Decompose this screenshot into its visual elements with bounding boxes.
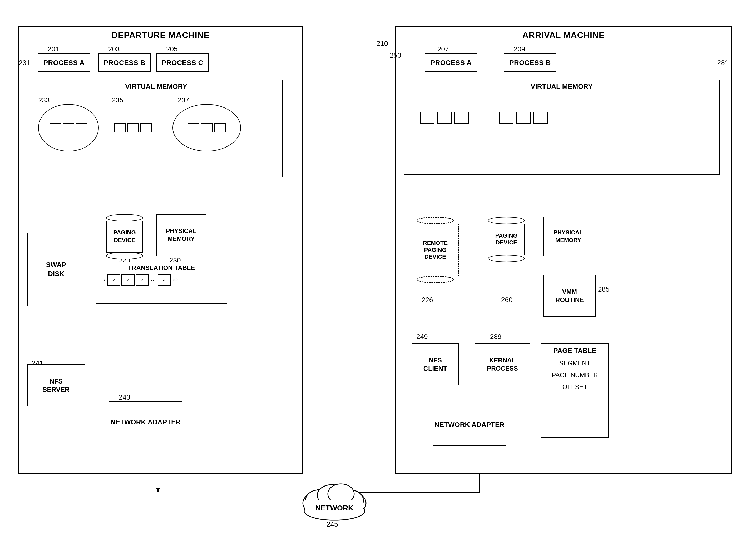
ref-203: 203: [108, 45, 120, 53]
virtual-memory-arrival: VIRTUAL MEMORY: [404, 80, 720, 175]
ref-260: 260: [501, 296, 512, 304]
process-a-box: PROCESS A: [38, 53, 90, 72]
ref-210: 210: [377, 39, 388, 48]
pt-row-page-number: PAGE NUMBER: [541, 369, 608, 381]
ref-243: 243: [119, 393, 130, 402]
tt-title: TRANSLATION TABLE: [96, 264, 227, 271]
ref-207: 207: [437, 45, 449, 53]
swap-disk-box: SWAPDISK: [27, 232, 85, 306]
network-cloud: NETWORK 245: [295, 472, 374, 524]
physical-memory-arrival: PHYSICALMEMORY: [543, 217, 593, 256]
swap-disk-label: SWAPDISK: [46, 260, 66, 279]
ref-201: 201: [48, 45, 59, 53]
ref-235: 235: [112, 96, 123, 104]
translation-table-box: TRANSLATION TABLE → ↙ ↙ ↙ ··· ↙ ↩: [96, 261, 227, 304]
nfs-server-label: NFSSERVER: [43, 377, 70, 394]
virtual-memory-departure: VIRTUAL MEMORY 233 235 237: [30, 80, 283, 177]
vm-title-departure: VIRTUAL MEMORY: [30, 82, 282, 91]
process-b-arrival: PROCESS B: [504, 53, 556, 72]
ref-209: 209: [514, 45, 525, 53]
ref-237: 237: [178, 96, 189, 104]
pt-row-segment: SEGMENT: [541, 358, 608, 369]
ref-289: 289: [490, 333, 501, 341]
physical-memory-departure: PHYSICALMEMORY: [156, 214, 206, 256]
process-b-box: PROCESS B: [98, 53, 151, 72]
na-departure-label: NETWORK ADAPTER: [111, 418, 181, 427]
ref-249: 249: [416, 333, 428, 341]
na-arrival-label: NETWORK ADAPTER: [434, 420, 505, 429]
ellipse-233: [38, 104, 99, 151]
paging-device-arrival: PAGINGDEVICE: [488, 217, 525, 262]
network-adapter-arrival: NETWORK ADAPTER: [433, 404, 506, 446]
page-table-box: PAGE TABLE SEGMENT PAGE NUMBER OFFSET: [541, 343, 609, 438]
paging-device-departure: PAGINGDEVICE: [106, 214, 143, 259]
network-svg: NETWORK: [295, 472, 374, 524]
tt-internal: → ↙ ↙ ↙ ··· ↙ ↩: [96, 271, 227, 289]
nfs-client-box: NFSCLIENT: [412, 343, 459, 385]
network-adapter-departure: NETWORK ADAPTER: [109, 401, 182, 443]
ref-250: 250: [390, 51, 401, 59]
vmm-routine-box: VMMROUTINE: [543, 275, 596, 317]
page-table-title: PAGE TABLE: [541, 344, 608, 358]
ref-231: 231: [19, 59, 30, 67]
process-a-arrival: PROCESS A: [425, 53, 477, 72]
ref-233: 233: [38, 96, 50, 104]
svg-text:NETWORK: NETWORK: [315, 504, 354, 512]
nfs-server-box: NFSSERVER: [27, 364, 85, 407]
departure-machine-box: DEPARTURE MACHINE 231 201 PROCESS A 203 …: [18, 26, 303, 474]
diagram-container: DEPARTURE MACHINE 231 201 PROCESS A 203 …: [11, 11, 745, 537]
mem-blocks-233: [50, 123, 87, 132]
ref-226: 226: [422, 296, 433, 304]
departure-title: DEPARTURE MACHINE: [19, 30, 302, 40]
kernal-process-box: KERNALPROCESS: [475, 343, 530, 385]
vm-title-arrival: VIRTUAL MEMORY: [404, 82, 719, 91]
mem-blocks-235: [104, 115, 162, 141]
pt-row-offset: OFFSET: [541, 381, 608, 393]
arrival-machine-box: ARRIVAL MACHINE 281 207 PROCESS A 209 PR…: [395, 26, 732, 474]
arrival-title: ARRIVAL MACHINE: [396, 30, 731, 40]
process-c-box: PROCESS C: [156, 53, 209, 72]
ref-245: 245: [327, 520, 338, 528]
ellipse-237: [172, 104, 241, 151]
ref-285: 285: [598, 285, 609, 294]
ref-281: 281: [717, 59, 729, 67]
ref-205: 205: [166, 45, 177, 53]
remote-paging-device: REMOTEPAGINGDEVICE: [412, 217, 459, 283]
